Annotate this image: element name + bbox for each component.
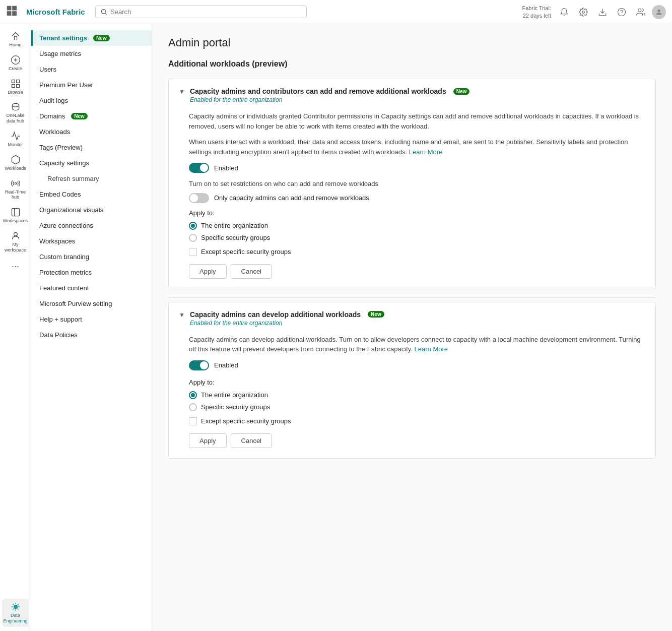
chat-icon[interactable]	[633, 4, 649, 20]
sidebar-item-workloads[interactable]: Workloads	[2, 152, 29, 174]
apply-button-2[interactable]: Apply	[189, 433, 227, 448]
leftnav-azure-connections[interactable]: Azure connections	[31, 218, 152, 233]
sidebar-item-dataengineering[interactable]: Data Engineering	[2, 599, 29, 627]
toggle-row-2: Enabled	[189, 360, 645, 370]
setting-body-2: Capacity admins can develop additional w…	[169, 335, 655, 458]
download-icon[interactable]	[594, 4, 611, 20]
domains-badge: New	[71, 113, 88, 119]
sidebar-item-create[interactable]: Create	[2, 52, 29, 75]
apply-to-label-2: Apply to:	[189, 378, 645, 386]
leftnav-capacity-settings[interactable]: Capacity settings	[31, 155, 152, 171]
help-icon[interactable]	[614, 4, 630, 20]
radio-circle-entire-org-1	[189, 222, 197, 230]
checkbox-except-groups-1[interactable]: Except specific security groups	[189, 248, 645, 256]
cancel-button-2[interactable]: Cancel	[231, 433, 272, 448]
left-navigation: Tenant settings New Usage metrics Users …	[31, 24, 152, 631]
search-bar[interactable]	[95, 6, 307, 18]
separator-1	[168, 297, 656, 298]
leftnav-tenant-settings[interactable]: Tenant settings New	[31, 30, 152, 46]
svg-point-10	[638, 9, 641, 12]
search-icon	[101, 9, 107, 16]
leftnav-tags-preview[interactable]: Tags (Preview)	[31, 140, 152, 155]
svg-point-4	[101, 9, 105, 13]
enabled-toggle-2[interactable]	[189, 360, 209, 370]
svg-point-8	[618, 8, 626, 16]
apps-grid-icon[interactable]	[6, 5, 20, 19]
cancel-button-1[interactable]: Cancel	[231, 264, 272, 279]
section-title: Additional workloads (preview)	[168, 59, 656, 69]
leftnav-microsoft-purview[interactable]: Microsoft Purview setting	[31, 296, 152, 311]
svg-rect-2	[7, 11, 12, 16]
svg-rect-21	[12, 209, 19, 216]
leftnav-premium-per-user[interactable]: Premium Per User	[31, 77, 152, 93]
leftnav-embed-codes[interactable]: Embed Codes	[31, 186, 152, 202]
svg-point-6	[582, 11, 585, 13]
enabled-toggle-1[interactable]	[189, 163, 209, 173]
leftnav-data-policies[interactable]: Data Policies	[31, 327, 152, 343]
app-logo[interactable]: Microsoft Fabric	[26, 8, 85, 16]
setting-desc2-1: When users interact with a workload, the…	[189, 138, 628, 156]
svg-point-19	[12, 104, 19, 107]
leftnav-featured-content[interactable]: Featured content	[31, 280, 152, 296]
checkbox-except-groups-2[interactable]: Except specific security groups	[189, 417, 645, 425]
radio-entire-org-2[interactable]: The entire organization	[189, 391, 645, 399]
toggle-label-1: Enabled	[214, 164, 238, 172]
sidebar-item-monitor[interactable]: Monitor	[2, 128, 29, 151]
svg-line-5	[105, 13, 106, 15]
radio-entire-org-1[interactable]: The entire organization	[189, 222, 645, 230]
more-icon[interactable]: ···	[8, 257, 23, 276]
sidebar-item-myworkspace[interactable]: My workspace	[2, 228, 29, 256]
restriction-label-1: Turn on to set restrictions on who can a…	[189, 179, 645, 189]
leftnav-workloads[interactable]: Workloads	[31, 124, 152, 140]
leftnav-audit-logs[interactable]: Audit logs	[31, 93, 152, 108]
sidebar-item-browse[interactable]: Browse	[2, 76, 29, 98]
leftnav-refresh-summary[interactable]: Refresh summary	[31, 171, 152, 186]
setting-title-2: Capacity admins can develop additional w…	[190, 310, 361, 319]
setting-desc1-1: Capacity admins or individuals granted C…	[189, 111, 645, 131]
radio-group-1: The entire organization Specific securit…	[189, 222, 645, 242]
learn-more-link-1[interactable]: Learn More	[409, 148, 442, 156]
leftnav-custom-branding[interactable]: Custom branding	[31, 249, 152, 265]
restriction-toggle-label-1: Only capacity admins can add and remove …	[214, 194, 371, 202]
chevron-down-icon-2: ▼	[179, 311, 185, 319]
search-input[interactable]	[110, 8, 301, 16]
leftnav-usage-metrics[interactable]: Usage metrics	[31, 46, 152, 61]
sidebar-item-workspaces[interactable]: Workspaces	[2, 204, 29, 227]
btn-row-1: Apply Cancel	[189, 264, 645, 279]
leftnav-users[interactable]: Users	[31, 61, 152, 77]
bell-icon[interactable]	[556, 4, 572, 20]
setting-badge-2: New	[368, 311, 384, 318]
leftnav-help-support[interactable]: Help + support	[31, 311, 152, 327]
leftnav-organizational-visuals[interactable]: Organizational visuals	[31, 202, 152, 218]
svg-point-11	[657, 9, 660, 12]
topnav-right: Fabric Trial: 22 days left	[522, 4, 666, 20]
radio-circle-specific-2	[189, 403, 197, 411]
tenant-settings-badge: New	[93, 35, 110, 41]
leftnav-domains[interactable]: Domains New	[31, 108, 152, 124]
restriction-toggle-1[interactable]	[189, 193, 209, 203]
radio-group-2: The entire organization Specific securit…	[189, 391, 645, 411]
leftnav-protection-metrics[interactable]: Protection metrics	[31, 265, 152, 280]
trial-info: Fabric Trial: 22 days left	[522, 5, 551, 19]
avatar[interactable]	[652, 5, 666, 19]
checkbox-box-1	[189, 248, 197, 256]
radio-circle-entire-org-2	[189, 391, 197, 399]
svg-rect-15	[12, 80, 15, 83]
svg-rect-18	[16, 84, 19, 87]
setting-header-1[interactable]: ▼ Capacity admins and contributors can a…	[169, 79, 655, 111]
learn-more-link-2[interactable]: Learn More	[415, 345, 448, 353]
sidebar-item-realtimehub[interactable]: Real-Time hub	[2, 175, 29, 204]
setting-header-2[interactable]: ▼ Capacity admins can develop additional…	[169, 302, 655, 335]
sidebar-item-home[interactable]: Home	[2, 28, 29, 51]
setting-block-workloads-add-remove: ▼ Capacity admins and contributors can a…	[168, 79, 656, 289]
leftnav-workspaces[interactable]: Workspaces	[31, 233, 152, 249]
radio-specific-groups-1[interactable]: Specific security groups	[189, 234, 645, 242]
setting-subtitle-1: Enabled for the entire organization	[190, 96, 645, 103]
settings-icon[interactable]	[575, 4, 591, 20]
apply-button-1[interactable]: Apply	[189, 264, 227, 279]
svg-rect-16	[16, 80, 19, 83]
radio-specific-groups-2[interactable]: Specific security groups	[189, 403, 645, 411]
sidebar-item-onelake[interactable]: OneLake data hub	[2, 99, 29, 127]
toggle-row-1: Enabled	[189, 163, 645, 173]
setting-title-1: Capacity admins and contributors can add…	[190, 87, 446, 95]
